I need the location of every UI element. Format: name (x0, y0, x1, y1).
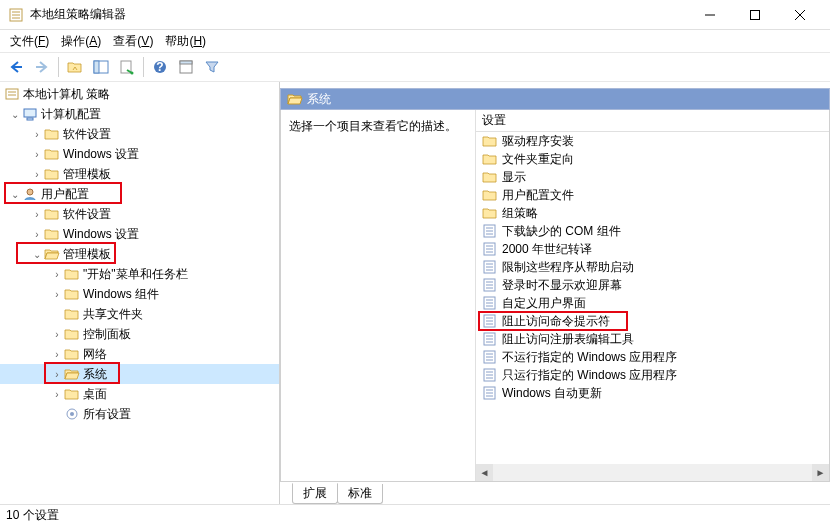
expand-icon[interactable]: › (50, 329, 64, 340)
menu-help[interactable]: 帮助(H) (159, 31, 212, 52)
list-item-label: 限制这些程序从帮助启动 (502, 259, 634, 276)
list-item[interactable]: 下载缺少的 COM 组件 (476, 222, 829, 240)
tree-item[interactable]: 所有设置 (0, 404, 279, 424)
tree-item[interactable]: ›Windows 设置 (0, 144, 279, 164)
list-item-label: 自定义用户界面 (502, 295, 586, 312)
tab-extended[interactable]: 扩展 (292, 483, 338, 504)
folder-icon (64, 347, 80, 361)
folder-icon (64, 307, 80, 321)
tree-item[interactable]: ›软件设置 (0, 204, 279, 224)
list-item-label: 阻止访问命令提示符 (502, 313, 610, 330)
expand-icon[interactable]: › (30, 209, 44, 220)
list-item[interactable]: 显示 (476, 168, 829, 186)
tree-item[interactable]: ›"开始"菜单和任务栏 (0, 264, 279, 284)
details-header: 系统 (280, 88, 830, 110)
tree-label: 用户配置 (41, 186, 89, 203)
list-item[interactable]: 自定义用户界面 (476, 294, 829, 312)
list-item-label: 显示 (502, 169, 526, 186)
properties-button[interactable] (174, 55, 198, 79)
settings-list[interactable]: 驱动程序安装文件夹重定向显示用户配置文件组策略下载缺少的 COM 组件2000 … (476, 132, 829, 464)
show-hide-tree-button[interactable] (89, 55, 113, 79)
tree-label: 软件设置 (63, 126, 111, 143)
forward-button[interactable] (30, 55, 54, 79)
expand-icon[interactable]: › (30, 149, 44, 160)
menu-action[interactable]: 操作(A) (55, 31, 107, 52)
tree-item[interactable]: ›控制面板 (0, 324, 279, 344)
expand-icon[interactable]: › (30, 229, 44, 240)
tree-admin-templates[interactable]: ⌄管理模板 (0, 244, 279, 264)
content-area: 选择一个项目来查看它的描述。 设置 驱动程序安装文件夹重定向显示用户配置文件组策… (280, 110, 830, 482)
setting-icon (482, 368, 498, 382)
tree-root[interactable]: 本地计算机 策略 (0, 84, 279, 104)
list-item[interactable]: 驱动程序安装 (476, 132, 829, 150)
tree-pane[interactable]: 本地计算机 策略 ⌄ 计算机配置 ›软件设置 ›Windows 设置 ›管理模板… (0, 82, 280, 504)
tree-user-config[interactable]: ⌄ 用户配置 (0, 184, 279, 204)
collapse-icon[interactable]: ⌄ (30, 249, 44, 260)
tree-item[interactable]: ›软件设置 (0, 124, 279, 144)
tree-item[interactable]: 共享文件夹 (0, 304, 279, 324)
setting-icon (482, 278, 498, 292)
svg-point-13 (131, 72, 134, 75)
list-item[interactable]: 限制这些程序从帮助启动 (476, 258, 829, 276)
list-item[interactable]: 组策略 (476, 204, 829, 222)
horizontal-scrollbar[interactable]: ◄ ► (476, 464, 829, 481)
list-item[interactable]: 阻止访问命令提示符 (476, 312, 829, 330)
setting-icon (482, 224, 498, 238)
statusbar: 10 个设置 (0, 504, 830, 526)
expand-icon[interactable]: › (50, 349, 64, 360)
export-list-button[interactable] (115, 55, 139, 79)
minimize-button[interactable] (687, 1, 732, 29)
tree-item[interactable]: ›管理模板 (0, 164, 279, 184)
up-button[interactable] (63, 55, 87, 79)
tree-label: 所有设置 (83, 406, 131, 423)
maximize-button[interactable] (732, 1, 777, 29)
tree-item[interactable]: ›桌面 (0, 384, 279, 404)
collapse-icon[interactable]: ⌄ (8, 109, 22, 120)
folder-icon (482, 134, 498, 148)
list-item[interactable]: 阻止访问注册表编辑工具 (476, 330, 829, 348)
list-item[interactable]: Windows 自动更新 (476, 384, 829, 402)
tree-label: 网络 (83, 346, 107, 363)
folder-icon (44, 207, 60, 221)
tree-item[interactable]: ›网络 (0, 344, 279, 364)
folder-icon (64, 387, 80, 401)
list-item[interactable]: 文件夹重定向 (476, 150, 829, 168)
list-item[interactable]: 不运行指定的 Windows 应用程序 (476, 348, 829, 366)
expand-icon[interactable]: › (50, 269, 64, 280)
svg-rect-5 (750, 10, 759, 19)
description-column: 选择一个项目来查看它的描述。 (281, 110, 476, 481)
back-button[interactable] (4, 55, 28, 79)
column-header-setting[interactable]: 设置 (476, 110, 829, 132)
menu-file[interactable]: 文件(F) (4, 31, 55, 52)
expand-icon[interactable]: › (50, 369, 64, 380)
details-pane: 系统 选择一个项目来查看它的描述。 设置 驱动程序安装文件夹重定向显示用户配置文… (280, 82, 830, 504)
list-item-label: 2000 年世纪转译 (502, 241, 592, 258)
list-item[interactable]: 登录时不显示欢迎屏幕 (476, 276, 829, 294)
list-item[interactable]: 2000 年世纪转译 (476, 240, 829, 258)
expand-icon[interactable]: › (50, 389, 64, 400)
tree-item[interactable]: ›Windows 设置 (0, 224, 279, 244)
folder-icon (44, 167, 60, 181)
policy-icon (4, 87, 20, 101)
help-button[interactable]: ? (148, 55, 172, 79)
menu-view[interactable]: 查看(V) (107, 31, 159, 52)
folder-open-icon (287, 92, 303, 106)
scroll-track[interactable] (493, 464, 812, 481)
tree-computer-config[interactable]: ⌄ 计算机配置 (0, 104, 279, 124)
expand-icon[interactable]: › (30, 129, 44, 140)
filter-button[interactable] (200, 55, 224, 79)
list-item[interactable]: 只运行指定的 Windows 应用程序 (476, 366, 829, 384)
expand-icon[interactable]: › (30, 169, 44, 180)
tab-standard[interactable]: 标准 (337, 484, 383, 504)
tree-item[interactable]: ›Windows 组件 (0, 284, 279, 304)
list-item[interactable]: 用户配置文件 (476, 186, 829, 204)
main-area: 本地计算机 策略 ⌄ 计算机配置 ›软件设置 ›Windows 设置 ›管理模板… (0, 82, 830, 504)
close-button[interactable] (777, 1, 822, 29)
tree-system[interactable]: ›系统 (0, 364, 279, 384)
tree-label: Windows 设置 (63, 146, 139, 163)
collapse-icon[interactable]: ⌄ (8, 189, 22, 200)
tree-label: Windows 设置 (63, 226, 139, 243)
expand-icon[interactable]: › (50, 289, 64, 300)
scroll-left-button[interactable]: ◄ (476, 464, 493, 481)
scroll-right-button[interactable]: ► (812, 464, 829, 481)
